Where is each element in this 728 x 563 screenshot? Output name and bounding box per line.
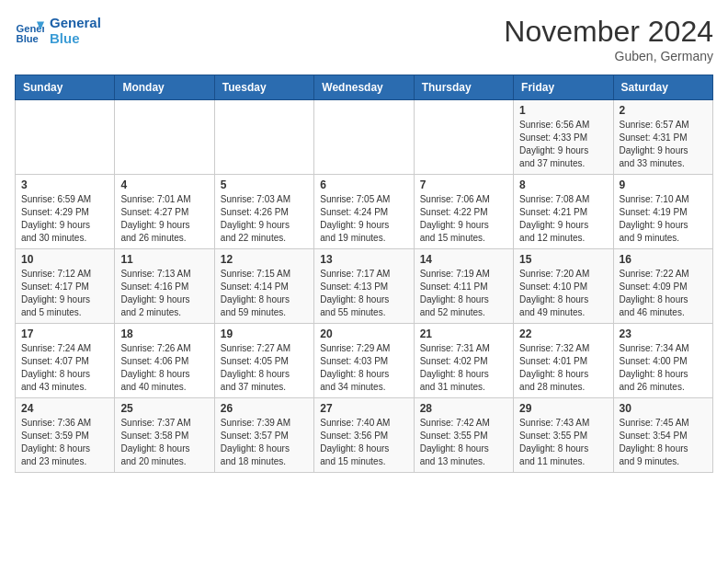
week-row-0: 1Sunrise: 6:56 AM Sunset: 4:33 PM Daylig… <box>16 100 713 175</box>
calendar-cell: 11Sunrise: 7:13 AM Sunset: 4:16 PM Dayli… <box>115 249 214 324</box>
day-number: 21 <box>420 327 507 340</box>
day-number: 7 <box>420 178 507 191</box>
calendar-table: SundayMondayTuesdayWednesdayThursdayFrid… <box>15 75 713 473</box>
calendar-cell: 13Sunrise: 7:17 AM Sunset: 4:13 PM Dayli… <box>314 249 414 324</box>
day-detail: Sunrise: 7:01 AM Sunset: 4:27 PM Dayligh… <box>120 193 208 245</box>
location: Guben, Germany <box>504 49 713 63</box>
day-detail: Sunrise: 7:10 AM Sunset: 4:19 PM Dayligh… <box>620 193 707 245</box>
day-number: 18 <box>120 327 208 340</box>
day-detail: Sunrise: 7:42 AM Sunset: 3:55 PM Dayligh… <box>420 417 507 468</box>
day-number: 12 <box>221 253 308 266</box>
calendar-cell: 22Sunrise: 7:32 AM Sunset: 4:01 PM Dayli… <box>514 324 613 398</box>
day-detail: Sunrise: 7:03 AM Sunset: 4:26 PM Dayligh… <box>221 193 308 245</box>
day-number: 22 <box>519 327 607 340</box>
day-detail: Sunrise: 7:45 AM Sunset: 3:54 PM Dayligh… <box>620 417 707 468</box>
day-number: 11 <box>120 253 208 266</box>
logo: General Blue General Blue <box>15 15 101 47</box>
day-number: 15 <box>519 253 607 266</box>
day-number: 17 <box>21 327 108 340</box>
day-detail: Sunrise: 7:19 AM Sunset: 4:11 PM Dayligh… <box>420 268 507 319</box>
calendar-cell: 9Sunrise: 7:10 AM Sunset: 4:19 PM Daylig… <box>613 175 712 249</box>
day-number: 13 <box>320 253 407 266</box>
calendar-cell: 15Sunrise: 7:20 AM Sunset: 4:10 PM Dayli… <box>514 249 613 324</box>
day-number: 3 <box>21 178 108 191</box>
day-detail: Sunrise: 7:34 AM Sunset: 4:00 PM Dayligh… <box>620 342 707 394</box>
logo-line1: General <box>50 15 101 30</box>
day-detail: Sunrise: 7:32 AM Sunset: 4:01 PM Dayligh… <box>519 342 607 394</box>
day-detail: Sunrise: 7:29 AM Sunset: 4:03 PM Dayligh… <box>320 342 407 394</box>
day-number: 5 <box>221 178 308 191</box>
header-cell-monday: Monday <box>115 75 214 100</box>
title-block: November 2024 Guben, Germany <box>504 15 713 63</box>
header-cell-thursday: Thursday <box>414 75 513 100</box>
day-detail: Sunrise: 7:22 AM Sunset: 4:09 PM Dayligh… <box>620 268 707 319</box>
day-detail: Sunrise: 7:13 AM Sunset: 4:16 PM Dayligh… <box>120 268 208 319</box>
day-number: 4 <box>120 178 208 191</box>
day-number: 23 <box>620 327 707 340</box>
logo-line2: Blue <box>50 30 101 46</box>
day-detail: Sunrise: 7:08 AM Sunset: 4:21 PM Dayligh… <box>519 193 607 245</box>
calendar-cell: 18Sunrise: 7:26 AM Sunset: 4:06 PM Dayli… <box>115 324 214 398</box>
day-detail: Sunrise: 6:59 AM Sunset: 4:29 PM Dayligh… <box>21 193 108 245</box>
calendar-cell: 14Sunrise: 7:19 AM Sunset: 4:11 PM Dayli… <box>414 249 513 324</box>
day-detail: Sunrise: 7:26 AM Sunset: 4:06 PM Dayligh… <box>120 342 208 394</box>
week-row-4: 24Sunrise: 7:36 AM Sunset: 3:59 PM Dayli… <box>16 398 713 473</box>
header-cell-saturday: Saturday <box>613 75 712 100</box>
header-cell-friday: Friday <box>514 75 613 100</box>
calendar-cell <box>16 100 115 175</box>
calendar-cell: 16Sunrise: 7:22 AM Sunset: 4:09 PM Dayli… <box>613 249 712 324</box>
header-cell-tuesday: Tuesday <box>214 75 313 100</box>
calendar-cell: 1Sunrise: 6:56 AM Sunset: 4:33 PM Daylig… <box>514 100 613 175</box>
calendar-cell: 26Sunrise: 7:39 AM Sunset: 3:57 PM Dayli… <box>214 398 313 473</box>
calendar-cell: 5Sunrise: 7:03 AM Sunset: 4:26 PM Daylig… <box>214 175 313 249</box>
calendar-cell: 17Sunrise: 7:24 AM Sunset: 4:07 PM Dayli… <box>16 324 115 398</box>
calendar-cell: 6Sunrise: 7:05 AM Sunset: 4:24 PM Daylig… <box>314 175 414 249</box>
week-row-1: 3Sunrise: 6:59 AM Sunset: 4:29 PM Daylig… <box>16 175 713 249</box>
calendar-cell: 29Sunrise: 7:43 AM Sunset: 3:55 PM Dayli… <box>514 398 613 473</box>
day-number: 27 <box>320 402 407 415</box>
calendar-cell: 21Sunrise: 7:31 AM Sunset: 4:02 PM Dayli… <box>414 324 513 398</box>
day-number: 9 <box>620 178 707 191</box>
header-cell-sunday: Sunday <box>16 75 115 100</box>
day-detail: Sunrise: 6:56 AM Sunset: 4:33 PM Dayligh… <box>519 119 607 170</box>
calendar-cell: 28Sunrise: 7:42 AM Sunset: 3:55 PM Dayli… <box>414 398 513 473</box>
day-detail: Sunrise: 7:37 AM Sunset: 3:58 PM Dayligh… <box>120 417 208 468</box>
day-detail: Sunrise: 7:39 AM Sunset: 3:57 PM Dayligh… <box>221 417 308 468</box>
header-cell-wednesday: Wednesday <box>314 75 414 100</box>
calendar-cell: 25Sunrise: 7:37 AM Sunset: 3:58 PM Dayli… <box>115 398 214 473</box>
logo-icon: General Blue <box>15 16 44 45</box>
day-number: 29 <box>519 402 607 415</box>
day-number: 19 <box>221 327 308 340</box>
calendar-cell <box>214 100 313 175</box>
day-detail: Sunrise: 7:43 AM Sunset: 3:55 PM Dayligh… <box>519 417 607 468</box>
day-detail: Sunrise: 7:12 AM Sunset: 4:17 PM Dayligh… <box>21 268 108 319</box>
day-detail: Sunrise: 7:06 AM Sunset: 4:22 PM Dayligh… <box>420 193 507 245</box>
calendar-cell: 8Sunrise: 7:08 AM Sunset: 4:21 PM Daylig… <box>514 175 613 249</box>
page-header: General Blue General Blue November 2024 … <box>15 15 713 63</box>
calendar-header: SundayMondayTuesdayWednesdayThursdayFrid… <box>16 75 713 100</box>
calendar-cell: 27Sunrise: 7:40 AM Sunset: 3:56 PM Dayli… <box>314 398 414 473</box>
day-number: 28 <box>420 402 507 415</box>
header-row: SundayMondayTuesdayWednesdayThursdayFrid… <box>16 75 713 100</box>
calendar-cell: 30Sunrise: 7:45 AM Sunset: 3:54 PM Dayli… <box>613 398 712 473</box>
week-row-2: 10Sunrise: 7:12 AM Sunset: 4:17 PM Dayli… <box>16 249 713 324</box>
calendar-cell: 19Sunrise: 7:27 AM Sunset: 4:05 PM Dayli… <box>214 324 313 398</box>
month-title: November 2024 <box>504 15 713 49</box>
day-number: 1 <box>519 104 607 117</box>
calendar-cell <box>314 100 414 175</box>
svg-text:Blue: Blue <box>17 33 39 44</box>
calendar-cell: 23Sunrise: 7:34 AM Sunset: 4:00 PM Dayli… <box>613 324 712 398</box>
day-detail: Sunrise: 7:36 AM Sunset: 3:59 PM Dayligh… <box>21 417 108 468</box>
day-detail: Sunrise: 6:57 AM Sunset: 4:31 PM Dayligh… <box>620 119 707 170</box>
calendar-cell: 20Sunrise: 7:29 AM Sunset: 4:03 PM Dayli… <box>314 324 414 398</box>
day-number: 2 <box>620 104 707 117</box>
day-number: 24 <box>21 402 108 415</box>
day-detail: Sunrise: 7:05 AM Sunset: 4:24 PM Dayligh… <box>320 193 407 245</box>
day-detail: Sunrise: 7:24 AM Sunset: 4:07 PM Dayligh… <box>21 342 108 394</box>
day-number: 25 <box>120 402 208 415</box>
calendar-cell: 24Sunrise: 7:36 AM Sunset: 3:59 PM Dayli… <box>16 398 115 473</box>
day-detail: Sunrise: 7:20 AM Sunset: 4:10 PM Dayligh… <box>519 268 607 319</box>
calendar-cell: 3Sunrise: 6:59 AM Sunset: 4:29 PM Daylig… <box>16 175 115 249</box>
day-detail: Sunrise: 7:31 AM Sunset: 4:02 PM Dayligh… <box>420 342 507 394</box>
day-number: 30 <box>620 402 707 415</box>
